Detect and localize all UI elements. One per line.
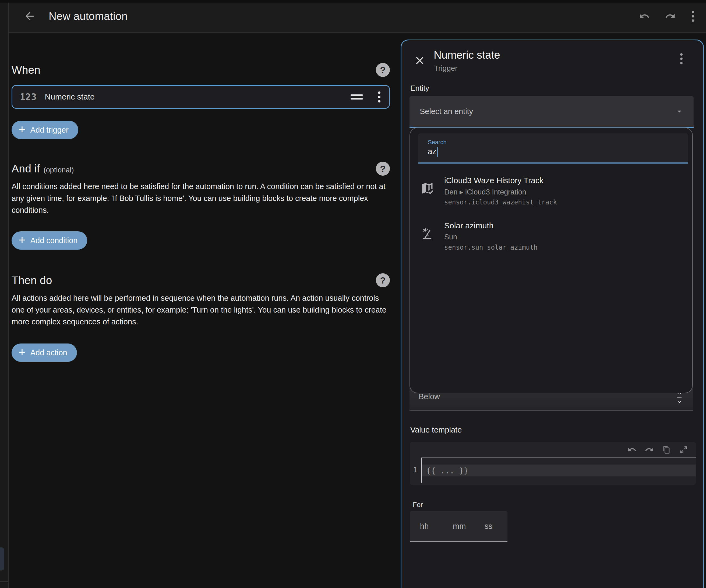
- undo-icon[interactable]: [639, 11, 650, 22]
- entity-select-field[interactable]: Select an entity: [409, 96, 694, 128]
- text-cursor: [437, 147, 438, 157]
- numeric-123-icon: 123: [20, 92, 37, 102]
- value-template-label: Value template: [410, 426, 462, 434]
- then-do-help-icon[interactable]: ?: [376, 273, 390, 287]
- panel-title: Numeric state: [434, 49, 500, 61]
- close-icon[interactable]: [414, 54, 426, 67]
- trigger-row-menu-icon[interactable]: [377, 90, 382, 104]
- panel-menu-icon[interactable]: [679, 52, 684, 65]
- when-section-header: When ?: [11, 63, 390, 77]
- chevron-down-icon: [675, 107, 684, 116]
- result-title: iCloud3 Waze History Track: [444, 176, 544, 185]
- drag-handle-icon[interactable]: [351, 94, 363, 100]
- entity-search-popup: Search az iCloud3 Waze History Track Den…: [409, 127, 693, 393]
- optional-label: (optional): [44, 166, 74, 174]
- back-arrow-icon[interactable]: [24, 10, 36, 22]
- line-number: 1: [413, 466, 418, 474]
- automation-editor-body: When ? 123 Numeric state + Add trigger A…: [9, 33, 401, 588]
- add-trigger-button[interactable]: + Add trigger: [11, 121, 78, 139]
- search-label: Search: [428, 139, 447, 146]
- page-title: New automation: [49, 10, 127, 22]
- and-if-section-header: And if(optional) ?: [11, 162, 390, 175]
- result-breadcrumb: Den ▸ iCloud3 Integration: [444, 188, 526, 196]
- code-line[interactable]: {{ ... }}: [422, 465, 696, 476]
- stepper-divider: [677, 397, 681, 398]
- template-code-editor[interactable]: 1 {{ ... }}: [410, 442, 696, 485]
- left-edge-sliver: [0, 0, 9, 588]
- sliver-divider: [0, 581, 8, 582]
- entity-label: Entity: [410, 84, 429, 92]
- overflow-menu-icon[interactable]: [691, 10, 695, 23]
- then-do-description: All actions added here will be performed…: [11, 292, 390, 328]
- and-if-title: And if(optional): [11, 162, 74, 175]
- editor-redo-icon[interactable]: [645, 445, 654, 454]
- top-strip: [0, 0, 706, 3]
- result-entity-id: sensor.sun_solar_azimuth: [444, 244, 538, 251]
- and-if-help-icon[interactable]: ?: [376, 162, 390, 175]
- numeric-state-trigger-panel: Numeric state Trigger Entity Select an e…: [401, 40, 704, 588]
- copy-icon[interactable]: [662, 445, 671, 454]
- add-condition-button[interactable]: + Add condition: [11, 231, 87, 249]
- when-help-icon[interactable]: ?: [376, 63, 390, 77]
- editor-toolbar: [627, 445, 688, 454]
- entity-result-icloud3[interactable]: iCloud3 Waze History Track Den ▸ iCloud3…: [410, 173, 692, 211]
- editor-divider: [421, 458, 696, 458]
- automation-editor-screen: New automation When ? 123 Numeric state …: [0, 0, 706, 588]
- search-value: az: [428, 147, 438, 157]
- code-placeholder: {{ ... }}: [426, 466, 468, 475]
- panel-subtitle: Trigger: [434, 64, 458, 73]
- redo-icon[interactable]: [665, 11, 676, 22]
- for-label: For: [413, 501, 423, 509]
- entity-result-solar-azimuth[interactable]: Solar azimuth Sun sensor.sun_solar_azimu…: [410, 219, 692, 256]
- trigger-row-label: Numeric state: [45, 92, 95, 102]
- result-title: Solar azimuth: [444, 221, 494, 230]
- below-label: Below: [419, 392, 440, 401]
- app-bar-actions: [639, 10, 695, 23]
- expand-icon[interactable]: [679, 445, 688, 454]
- then-do-title: Then do: [11, 274, 52, 287]
- hours-placeholder[interactable]: hh: [420, 522, 429, 531]
- numeric-state-trigger-row[interactable]: 123 Numeric state: [11, 85, 390, 109]
- when-title: When: [11, 64, 40, 76]
- seconds-placeholder[interactable]: ss: [484, 522, 493, 531]
- and-if-description: All conditions added here need to be sat…: [11, 181, 390, 216]
- stepper-down-icon: [675, 398, 683, 405]
- editor-undo-icon[interactable]: [627, 445, 637, 454]
- add-action-button[interactable]: + Add action: [11, 344, 77, 362]
- minutes-placeholder[interactable]: mm: [453, 522, 466, 531]
- app-bar: New automation: [9, 0, 706, 33]
- then-do-section-header: Then do ?: [11, 273, 390, 287]
- sun-angle-icon: [420, 227, 434, 240]
- clipped-panel-chip: [0, 547, 4, 571]
- duration-field[interactable]: hh mm ss: [410, 511, 507, 542]
- result-entity-id: sensor.icloud3_wazehist_track: [444, 198, 557, 206]
- entity-select-placeholder: Select an entity: [420, 107, 473, 116]
- map-check-icon: [420, 181, 434, 195]
- result-breadcrumb: Sun: [444, 233, 457, 241]
- search-input[interactable]: Search az: [418, 133, 688, 163]
